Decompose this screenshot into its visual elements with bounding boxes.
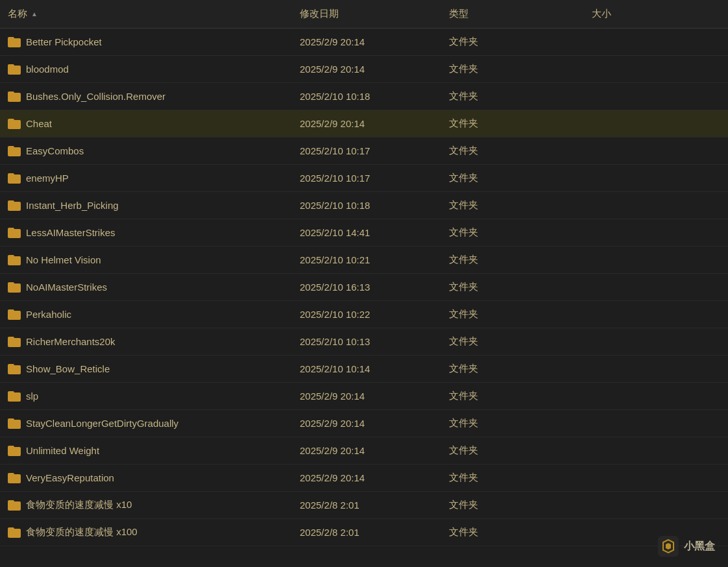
- cell-type: 文件夹: [441, 112, 584, 135]
- cell-date: 2025/2/9 20:14: [292, 31, 441, 53]
- table-row[interactable]: No Helmet Vision 2025/2/10 10:21 文件夹: [0, 247, 728, 274]
- folder-icon: [8, 309, 21, 320]
- table-row[interactable]: Bushes.Only_Collision.Remover 2025/2/10 …: [0, 83, 728, 110]
- cell-size: [584, 228, 728, 238]
- table-row[interactable]: Unlimited Weight 2025/2/9 20:14 文件夹: [0, 437, 728, 464]
- table-row[interactable]: NoAIMasterStrikes 2025/2/10 16:13 文件夹: [0, 274, 728, 301]
- cell-name: StayCleanLongerGetDirtyGradually: [0, 413, 292, 434]
- folder-icon: [8, 119, 21, 129]
- folder-icon: [8, 473, 21, 483]
- cell-name: enemyHP: [0, 167, 292, 189]
- cell-type: 文件夹: [441, 385, 584, 407]
- folder-icon: [8, 146, 21, 156]
- cell-date: 2025/2/9 20:14: [292, 413, 441, 434]
- header-name[interactable]: 名称 ▲: [0, 5, 292, 23]
- cell-size: [584, 91, 728, 102]
- table-row[interactable]: 食物变质的速度减慢 x10 2025/2/8 2:01 文件夹: [0, 492, 728, 519]
- cell-date: 2025/2/10 10:17: [292, 140, 441, 162]
- cell-type: 文件夹: [441, 494, 584, 516]
- table-row[interactable]: RicherMerchants20k 2025/2/10 10:13 文件夹: [0, 328, 728, 356]
- cell-size: [584, 255, 728, 265]
- table-row[interactable]: Show_Bow_Reticle 2025/2/10 10:14 文件夹: [0, 356, 728, 383]
- watermark-text: 小黑盒: [684, 540, 715, 553]
- folder-icon: [8, 64, 21, 75]
- cell-size: [584, 173, 728, 184]
- header-size[interactable]: 大小: [584, 5, 728, 23]
- cell-type: 文件夹: [441, 30, 584, 53]
- folder-icon: [8, 364, 21, 374]
- table-header: 名称 ▲ 修改日期 类型 大小: [0, 0, 728, 29]
- folder-icon: [8, 282, 21, 293]
- cell-type: 文件夹: [441, 139, 584, 162]
- watermark: 小黑盒: [658, 536, 715, 557]
- folder-icon: [8, 418, 21, 429]
- folder-icon: [8, 200, 21, 211]
- table-body: Better Pickpocket 2025/2/9 20:14 文件夹 blo…: [0, 29, 728, 567]
- table-row[interactable]: EasyCombos 2025/2/10 10:17 文件夹: [0, 138, 728, 165]
- cell-size: [584, 282, 728, 293]
- cell-name: 食物变质的速度减慢 x100: [0, 521, 292, 544]
- cell-size: [584, 446, 728, 456]
- folder-icon: [8, 173, 21, 184]
- cell-name: bloodmod: [0, 58, 292, 80]
- table-row[interactable]: VeryEasyReputation 2025/2/9 20:14 文件夹: [0, 464, 728, 492]
- table-row[interactable]: Cheat 2025/2/9 20:14 文件夹: [0, 110, 728, 138]
- header-type[interactable]: 类型: [441, 5, 584, 23]
- cell-name: Better Pickpocket: [0, 31, 292, 53]
- cell-date: 2025/2/10 10:13: [292, 331, 441, 352]
- cell-type: 文件夹: [441, 439, 584, 462]
- cell-type: 文件夹: [441, 521, 584, 544]
- cell-date: 2025/2/10 10:21: [292, 249, 441, 271]
- table-row[interactable]: bloodmod 2025/2/9 20:14 文件夹: [0, 56, 728, 83]
- folder-icon: [8, 337, 21, 347]
- cell-date: 2025/2/10 10:22: [292, 304, 441, 325]
- cell-size: [584, 37, 728, 47]
- table-row[interactable]: Instant_Herb_Picking 2025/2/10 10:18 文件夹: [0, 192, 728, 219]
- cell-type: 文件夹: [441, 303, 584, 326]
- table-row[interactable]: Perkaholic 2025/2/10 10:22 文件夹: [0, 301, 728, 328]
- cell-size: [584, 473, 728, 483]
- cell-date: 2025/2/10 16:13: [292, 276, 441, 298]
- table-row[interactable]: 食物变质的速度减慢 x100 2025/2/8 2:01 文件夹: [0, 519, 728, 546]
- cell-size: [584, 364, 728, 374]
- cell-date: 2025/2/8 2:01: [292, 522, 441, 543]
- cell-name: 食物变质的速度减慢 x10: [0, 494, 292, 516]
- watermark-logo-icon: [658, 536, 679, 557]
- file-explorer: 名称 ▲ 修改日期 类型 大小 Better Pickpocket 2025/2…: [0, 0, 728, 567]
- cell-name: RicherMerchants20k: [0, 331, 292, 352]
- cell-size: [584, 500, 728, 511]
- cell-date: 2025/2/10 14:41: [292, 222, 441, 243]
- cell-size: [584, 119, 728, 129]
- folder-icon: [8, 527, 21, 538]
- cell-type: 文件夹: [441, 221, 584, 244]
- cell-date: 2025/2/9 20:14: [292, 113, 441, 134]
- cell-size: [584, 146, 728, 156]
- cell-name: Unlimited Weight: [0, 440, 292, 461]
- cell-size: [584, 337, 728, 347]
- cell-type: 文件夹: [441, 85, 584, 108]
- cell-type: 文件夹: [441, 412, 584, 435]
- cell-name: LessAIMasterStrikes: [0, 222, 292, 243]
- cell-name: Perkaholic: [0, 304, 292, 325]
- cell-name: EasyCombos: [0, 140, 292, 162]
- cell-name: Instant_Herb_Picking: [0, 195, 292, 216]
- cell-type: 文件夹: [441, 276, 584, 298]
- folder-icon: [8, 91, 21, 102]
- cell-date: 2025/2/10 10:18: [292, 86, 441, 107]
- folder-icon: [8, 446, 21, 456]
- cell-size: [584, 418, 728, 429]
- cell-type: 文件夹: [441, 167, 584, 189]
- table-row[interactable]: Better Pickpocket 2025/2/9 20:14 文件夹: [0, 29, 728, 56]
- header-date[interactable]: 修改日期: [292, 5, 441, 23]
- table-row[interactable]: enemyHP 2025/2/10 10:17 文件夹: [0, 165, 728, 192]
- cell-name: No Helmet Vision: [0, 249, 292, 271]
- cell-name: NoAIMasterStrikes: [0, 276, 292, 298]
- cell-date: 2025/2/10 10:17: [292, 167, 441, 189]
- cell-type: 文件夹: [441, 466, 584, 489]
- table-row[interactable]: slp 2025/2/9 20:14 文件夹: [0, 383, 728, 410]
- table-row[interactable]: StayCleanLongerGetDirtyGradually 2025/2/…: [0, 410, 728, 437]
- sort-arrow-icon: ▲: [31, 10, 38, 18]
- table-row[interactable]: LessAIMasterStrikes 2025/2/10 14:41 文件夹: [0, 219, 728, 247]
- folder-icon: [8, 228, 21, 238]
- folder-icon: [8, 500, 21, 511]
